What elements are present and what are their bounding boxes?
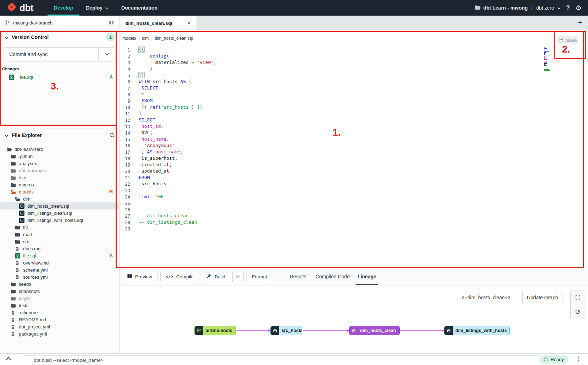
code-line-27[interactable]: 27-- dim_hosts_clean	[120, 213, 574, 219]
docs-book-icon[interactable]	[109, 20, 114, 26]
tree-item-dbt-packages[interactable]: dbt_packages	[0, 167, 119, 174]
code-line-23[interactable]: 23	[120, 187, 574, 194]
tree-item-target[interactable]: target	[0, 295, 119, 302]
tree-item-schema-yml[interactable]: schema.yml	[0, 266, 119, 273]
project-selector[interactable]: dbt Learn - mwong / dbt zero	[475, 5, 561, 11]
tree-item-models[interactable]: modelsM	[0, 188, 119, 195]
code-line-14[interactable]: 14 NVL(	[120, 130, 574, 136]
lineage-node-dim-hosts-clean[interactable]: dim_hosts_clean	[349, 326, 400, 335]
code-line-7[interactable]: 7 SELECT	[120, 85, 574, 91]
breadcrumb-models[interactable]: models	[122, 36, 136, 41]
code-line-9[interactable]: 9 FROM	[120, 98, 574, 104]
changed-file-row[interactable]: file.sql A	[0, 73, 119, 81]
breadcrumb-file[interactable]: dim_hosts_clean.sql	[155, 36, 193, 41]
commit-and-sync-button[interactable]: Commit and sync	[4, 47, 115, 61]
tree-item--github[interactable]: .github	[0, 153, 119, 160]
tree-item-dim-listings-with-hosts-sql[interactable]: dim_listings_with_hosts.sql	[0, 217, 119, 224]
code-line-content: src_hosts	[130, 181, 166, 187]
command-input[interactable]: dbt build --select <model_name>	[23, 355, 542, 365]
tree-item-analyses[interactable]: analyses	[0, 160, 119, 167]
nav-develop[interactable]: Develop	[48, 0, 79, 16]
tree-item-packages-yml[interactable]: packages.yml	[0, 330, 119, 337]
code-line-11[interactable]: 11)	[120, 110, 574, 117]
format-button[interactable]: Format	[246, 271, 272, 282]
file-tree: dbt-learn-zero.githubanalysesdbt_package…	[0, 142, 119, 337]
code-line-5[interactable]: 5}}	[120, 72, 574, 78]
preview-button[interactable]: Preview	[122, 271, 157, 282]
minimap[interactable]	[544, 47, 554, 71]
code-line-2[interactable]: 2 config(	[120, 53, 574, 59]
tree-item-fct[interactable]: fct	[0, 224, 119, 231]
tab-results[interactable]: Results	[290, 268, 306, 285]
tree-item-seeds[interactable]: seeds	[0, 280, 119, 288]
tree-item-readme-md[interactable]: README.md	[0, 316, 119, 323]
code-line-6[interactable]: 6WITH src_hosts AS (	[120, 78, 574, 85]
code-line-24[interactable]: 24limit 100	[120, 194, 574, 200]
tree-item-dbt-project-yml[interactable]: dbt_project.yml	[0, 323, 119, 330]
tree-item-overview-md[interactable]: overview.md	[0, 259, 119, 266]
lineage-node-airbnb-hosts[interactable]: airbnb.hosts	[194, 326, 236, 335]
tree-item-macros[interactable]: macros	[0, 181, 119, 188]
code-line-25[interactable]: 25	[120, 200, 574, 206]
nav-documentation[interactable]: Documentation	[115, 0, 164, 16]
code-line-13[interactable]: 13 host_id,	[120, 123, 574, 130]
tree-item-dim-listings-clean-sql[interactable]: dim_listings_clean.sql	[0, 209, 119, 217]
build-button[interactable]: Build	[202, 271, 244, 282]
folder-icon	[11, 303, 16, 308]
search-icon[interactable]	[109, 132, 115, 138]
chevron-up-icon[interactable]	[6, 357, 11, 360]
save-button[interactable]: Save	[558, 36, 578, 44]
tree-item--gitignore[interactable]: .gitignore	[0, 309, 119, 316]
tab-compiled-code[interactable]: Compiled Code	[316, 268, 350, 285]
tree-item-sources-yml[interactable]: sources.yml	[0, 273, 119, 280]
code-line-4[interactable]: 4 )	[120, 66, 574, 72]
code-area[interactable]: 1{{2 config(3 materialized = 'view',4 )5…	[120, 47, 574, 268]
tree-item-snapshots[interactable]: snapshots	[0, 288, 119, 295]
tree-item-label: seeds	[19, 282, 31, 287]
code-line-12[interactable]: 12SELECT	[120, 117, 574, 123]
code-line-26[interactable]: 26	[120, 206, 574, 213]
tree-item-dim-hosts-clean-sql[interactable]: dim_hosts_clean.sql	[0, 202, 119, 209]
build-options-chevron[interactable]	[232, 271, 243, 282]
code-line-19[interactable]: 19 created_at,	[120, 162, 574, 168]
lineage-graph[interactable]: airbnb.hostssrc_hostsdim_hosts_cleandim_…	[120, 285, 588, 353]
code-line-21[interactable]: 21FROM	[120, 174, 574, 181]
kebab-menu-icon[interactable]: ⋮	[576, 355, 582, 362]
commit-options-chevron[interactable]	[98, 48, 115, 61]
tree-item-dbt-learn-zero[interactable]: dbt-learn-zero	[0, 146, 119, 153]
code-line-28[interactable]: 28-- dim_listings_clean	[120, 219, 574, 225]
model-cube-icon	[444, 326, 453, 335]
dbt-logo[interactable]: dbt	[6, 2, 33, 14]
code-line-8[interactable]: 8 *	[120, 91, 574, 98]
code-line-17[interactable]: 17 ) AS host_name,	[120, 149, 574, 155]
tree-item-src[interactable]: src	[0, 238, 119, 245]
tab-dim-hosts-clean[interactable]: dim_hosts_clean.sql ×	[120, 16, 196, 31]
lineage-node-src-hosts[interactable]: src_hosts	[270, 326, 302, 335]
tree-item-docs-md[interactable]: docs.md	[0, 245, 119, 252]
tab-lineage[interactable]: Lineage	[357, 268, 376, 285]
tree-item-logs[interactable]: logs	[0, 174, 119, 181]
tree-item-dim[interactable]: dim	[0, 195, 119, 202]
breadcrumb-dim[interactable]: dim	[142, 36, 149, 41]
lineage-node-dim-listings-with-hosts[interactable]: dim_listings_with_hosts	[444, 326, 510, 335]
new-tab-button[interactable]: +	[578, 18, 582, 27]
code-line-3[interactable]: 3 materialized = 'view',	[120, 59, 574, 66]
nav-deploy[interactable]: Deploy	[79, 0, 115, 16]
version-control-header[interactable]: Version Control 1	[0, 31, 119, 44]
code-line-1[interactable]: 1{{	[120, 47, 574, 53]
code-line-22[interactable]: 22 src_hosts	[120, 181, 574, 187]
code-line-15[interactable]: 15 host_name,	[120, 136, 574, 142]
code-line-20[interactable]: 20 updated_at	[120, 168, 574, 174]
file-explorer-header[interactable]: File Explorer	[0, 129, 119, 142]
code-line-18[interactable]: 18 is_superhost,	[120, 155, 574, 162]
tree-item-mart[interactable]: mart	[0, 231, 119, 238]
code-line-29[interactable]: 29	[120, 225, 574, 232]
code-line-10[interactable]: 10 {{ ref('src_hosts') }}	[120, 104, 574, 110]
gear-icon[interactable]: ⚙	[576, 4, 582, 12]
close-icon[interactable]: ×	[188, 20, 191, 26]
tree-item-file-sql[interactable]: file.sqlA	[0, 252, 119, 259]
code-line-16[interactable]: 16 'Anonymous'	[120, 142, 574, 149]
tree-item-tests[interactable]: tests	[0, 302, 119, 309]
help-icon[interactable]: ?	[566, 4, 571, 11]
compile-button[interactable]: </> Compile	[160, 271, 199, 282]
